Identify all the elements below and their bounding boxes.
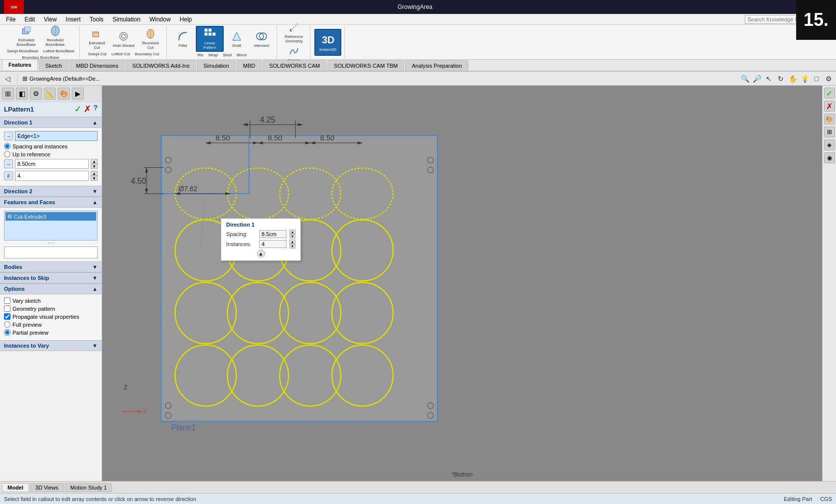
menu-tools[interactable]: Tools xyxy=(86,15,108,24)
tab-solidworks-addins[interactable]: SOLIDWORKS Add-Ins xyxy=(126,60,196,71)
revolved-cut-button[interactable]: Revolved Cut xyxy=(138,27,163,51)
instant3d-button[interactable]: 3D Instant3D xyxy=(314,29,341,56)
instances-input[interactable] xyxy=(15,171,89,181)
shell-button[interactable]: Shell xyxy=(221,52,234,58)
menu-view[interactable]: View xyxy=(40,15,61,24)
instances-up-button[interactable]: ▲ xyxy=(91,171,98,176)
list-resize-handle: • • • xyxy=(4,241,98,245)
menu-help[interactable]: Help xyxy=(176,15,196,24)
features-faces-header[interactable]: Features and Faces ▲ xyxy=(0,197,102,208)
direction1-content: → Spacing and instances Up to reference … xyxy=(0,128,102,186)
right-display-button[interactable]: ⊞ xyxy=(824,126,835,137)
up-to-reference-radio[interactable] xyxy=(4,151,10,157)
appearances-icon[interactable]: 🎨 xyxy=(58,88,70,100)
rotate-icon[interactable]: ↻ xyxy=(775,73,786,84)
partial-preview-radio[interactable] xyxy=(4,329,10,336)
callout-instances-down[interactable]: ▼ xyxy=(289,244,295,249)
spacing-up-button[interactable]: ▲ xyxy=(91,159,98,164)
vary-sketch-checkbox[interactable] xyxy=(4,297,10,304)
tab-model[interactable]: Model xyxy=(2,483,29,492)
tab-simulation[interactable]: Simulation xyxy=(197,60,235,71)
full-preview-radio[interactable] xyxy=(4,321,10,328)
mirror-button[interactable]: Mirror xyxy=(235,52,249,58)
hole-wizard-button[interactable]: Hole Wizard xyxy=(111,27,137,51)
ok-button[interactable]: ✓ xyxy=(74,104,82,115)
lights-icon[interactable]: 💡 xyxy=(799,73,810,84)
back-button[interactable]: ◁ xyxy=(2,73,13,84)
reference-group: Reference Geometry Curves xyxy=(278,26,310,58)
svg-text:4.50: 4.50 xyxy=(131,177,146,185)
right-realview-button[interactable]: ◉ xyxy=(824,152,835,163)
propagate-visual-checkbox[interactable] xyxy=(4,313,10,320)
menu-edit[interactable]: Edit xyxy=(20,15,39,24)
options-header[interactable]: Options ▲ xyxy=(0,283,102,294)
tab-mbd-dimensions[interactable]: MBD Dimensions xyxy=(70,60,125,71)
pan-icon[interactable]: ✋ xyxy=(787,73,798,84)
intersect-button[interactable]: Intersect xyxy=(250,26,274,52)
sw-logo: SW xyxy=(4,0,26,14)
direction2-header[interactable]: Direction 2 ▼ xyxy=(0,186,102,197)
reference-geometry-button[interactable]: Reference Geometry xyxy=(281,20,307,44)
cancel-button[interactable]: ✗ xyxy=(84,104,91,115)
nav-icon[interactable]: ▶ xyxy=(72,88,84,100)
help-button[interactable]: ? xyxy=(93,104,98,115)
draft-button[interactable]: Draft xyxy=(225,26,249,52)
tab-3d-views[interactable]: 3D Views xyxy=(30,483,64,492)
right-cancel-button[interactable]: ✗ xyxy=(824,101,835,112)
swept-boss-button[interactable]: Swept Boss/Base xyxy=(5,48,40,54)
wrap-button[interactable]: Wrap xyxy=(206,52,220,58)
zoom-icon[interactable]: 🔎 xyxy=(751,73,762,84)
rib-button[interactable]: Rib xyxy=(195,52,205,58)
lofted-cut-button[interactable]: Lofted Cut xyxy=(110,51,132,57)
edge-input[interactable] xyxy=(15,131,98,141)
config-manager-icon[interactable]: ⚙ xyxy=(30,88,42,100)
right-scene-button[interactable]: ◈ xyxy=(824,139,835,150)
tab-analysis-preparation[interactable]: Analysis Preparation xyxy=(405,60,468,71)
select-icon[interactable]: ↖ xyxy=(763,73,774,84)
tab-sketch[interactable]: Sketch xyxy=(39,60,69,71)
tab-features[interactable]: Features xyxy=(2,59,38,71)
direction1-header[interactable]: Direction 1 ▲ xyxy=(0,117,102,128)
instances-down-button[interactable]: ▼ xyxy=(91,176,98,181)
geometry-pattern-checkbox[interactable] xyxy=(4,305,10,312)
features-tree-icon[interactable]: ⊞ xyxy=(2,88,14,100)
revolved-boss-base-button[interactable]: Revolved Boss/Base xyxy=(41,24,69,48)
view-settings-icon[interactable]: ⚙ xyxy=(823,73,834,84)
instances-to-skip-header[interactable]: Instances to Skip ▼ xyxy=(0,272,102,283)
right-ok-button[interactable]: ✓ xyxy=(824,88,835,99)
callout-spacing-down[interactable]: ▼ xyxy=(289,234,295,239)
search-viewport-icon[interactable]: 🔍 xyxy=(739,73,750,84)
dim-expert-icon[interactable]: 📐 xyxy=(44,88,56,100)
viewport[interactable]: 4.25 8.50 8.50 8.50 4.50 xyxy=(102,86,822,481)
right-appearance-button[interactable]: 🎨 xyxy=(824,114,835,125)
boundary-cut-button[interactable]: Boundary Cut xyxy=(133,51,161,57)
menu-insert[interactable]: Insert xyxy=(62,15,85,24)
linear-pattern-button[interactable]: Linear Pattern xyxy=(196,26,224,52)
menu-simulation[interactable]: Simulation xyxy=(109,15,144,24)
callout-collapse-button[interactable]: ▲ xyxy=(257,250,265,257)
swept-cut-button[interactable]: Swept Cut xyxy=(86,51,109,57)
callout-instances-up[interactable]: ▲ xyxy=(289,240,295,244)
tab-solidworks-cam[interactable]: SOLIDWORKS CAM xyxy=(263,60,326,71)
bodies-header[interactable]: Bodies ▼ xyxy=(0,261,102,272)
instances-to-vary-header[interactable]: Instances to Vary ▼ xyxy=(0,340,102,351)
lofted-boss-button[interactable]: Lofted Boss/Base xyxy=(41,48,77,54)
property-manager-icon[interactable]: ◧ xyxy=(16,88,28,100)
tab-mbd[interactable]: MBD xyxy=(237,60,262,71)
callout-instances-input[interactable] xyxy=(259,240,286,248)
extruded-cut-button[interactable]: Extruded Cut xyxy=(84,27,110,51)
menu-file[interactable]: File xyxy=(2,15,19,24)
callout-spacing-input[interactable] xyxy=(259,230,286,238)
display-icon[interactable]: □ xyxy=(811,73,822,84)
callout-spacing-spinner: ▲ ▼ xyxy=(289,230,295,239)
tab-solidworks-cam-tbm[interactable]: SOLIDWORKS CAM TBM xyxy=(327,60,404,71)
cut-extrude3-item[interactable]: ⊞ Cut-Extrude3 xyxy=(5,212,96,221)
spacing-instances-radio[interactable] xyxy=(4,143,10,149)
extruded-boss-base-button[interactable]: Extruded Boss/Base xyxy=(12,24,40,48)
spacing-down-button[interactable]: ▼ xyxy=(91,164,98,169)
menu-window[interactable]: Window xyxy=(145,15,175,24)
fillet-button[interactable]: Fillet xyxy=(171,26,195,52)
spacing-input[interactable] xyxy=(15,159,89,169)
callout-spacing-up[interactable]: ▲ xyxy=(289,230,295,234)
tab-motion-study-1[interactable]: Motion Study 1 xyxy=(65,483,112,492)
